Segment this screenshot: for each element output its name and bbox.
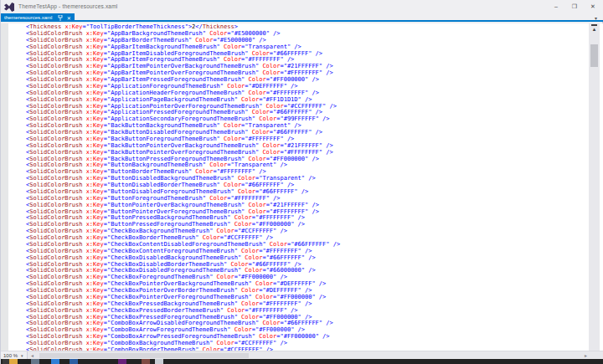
- window-controls: – ❐ ✕: [547, 1, 602, 12]
- visual-studio-logo-icon: [4, 3, 14, 12]
- code-lines: <Thickness x:Key="ToolTipBorderThemeThic…: [26, 24, 340, 351]
- windows-taskbar[interactable]: [1, 359, 603, 364]
- vertical-scrollbar-thumb[interactable]: [590, 44, 598, 67]
- zoom-level-value: 100 %: [3, 353, 18, 358]
- tab-overflow-dropdown-icon[interactable]: ▾: [595, 15, 597, 21]
- window-preview-icon[interactable]: [155, 359, 163, 364]
- code-editor[interactable]: <Thickness x:Key="ToolTipBorderThemeThic…: [1, 23, 603, 351]
- tab-close-icon[interactable]: ✕: [65, 15, 72, 21]
- tab-themeresources[interactable]: themeresources.xaml ✕: [1, 13, 75, 22]
- tab-label: themeresources.xaml: [1, 15, 52, 20]
- window-title: ThemeTestApp - themeresources.xaml: [18, 3, 117, 9]
- restore-button[interactable]: ❐: [565, 1, 584, 12]
- horizontal-scrollbar-thumb[interactable]: [39, 353, 249, 358]
- close-button[interactable]: ✕: [584, 1, 602, 12]
- vertical-scrollbar[interactable]: ▴: [589, 23, 600, 351]
- pin-icon[interactable]: [57, 15, 63, 21]
- app-icon-3[interactable]: [142, 359, 150, 364]
- horizontal-scrollbar[interactable]: 100 % ▾ ◂ ▸: [1, 351, 603, 359]
- title-bar: ThemeTestApp - themeresources.xaml – ❐ ✕: [1, 0, 603, 13]
- visual-studio-window: ThemeTestApp - themeresources.xaml – ❐ ✕…: [0, 0, 603, 364]
- app-icon-1[interactable]: [31, 359, 39, 364]
- folder-icon[interactable]: [9, 359, 18, 364]
- tab-bar: themeresources.xaml ✕ ▾: [1, 13, 603, 22]
- app-icon-2[interactable]: [70, 359, 78, 364]
- scroll-up-arrow-icon[interactable]: ▴: [589, 26, 600, 33]
- minimize-button[interactable]: –: [547, 1, 565, 12]
- browser-icon[interactable]: [51, 359, 59, 364]
- breakpoint-margin[interactable]: [1, 23, 8, 351]
- visual-studio-taskbar-icon[interactable]: [118, 359, 126, 364]
